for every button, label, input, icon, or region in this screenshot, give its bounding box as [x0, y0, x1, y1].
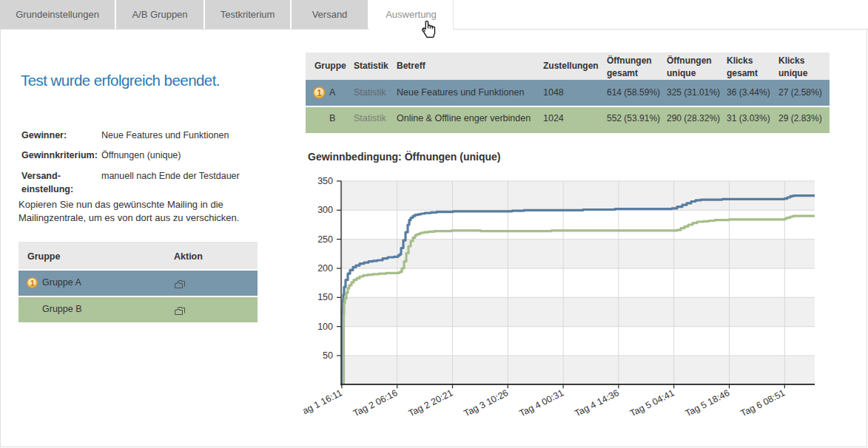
svg-text:Tag 2 06:16: Tag 2 06:16: [351, 387, 400, 418]
svg-text:Tag 5 18:46: Tag 5 18:46: [684, 387, 732, 418]
svg-text:50: 50: [323, 350, 333, 361]
svg-text:100: 100: [317, 322, 333, 332]
svg-text:Tag 3 10:26: Tag 3 10:26: [462, 387, 511, 418]
svg-text:Tag 6 08:51: Tag 6 08:51: [739, 387, 787, 418]
svg-text:Tag 4 00:31: Tag 4 00:31: [517, 387, 565, 418]
svg-text:300: 300: [317, 205, 333, 215]
svg-text:200: 200: [317, 263, 333, 274]
svg-text:350: 350: [317, 176, 333, 186]
svg-text:250: 250: [317, 234, 333, 245]
svg-text:Tag 2 20:21: Tag 2 20:21: [407, 387, 455, 418]
svg-text:150: 150: [317, 292, 333, 302]
svg-text:Tag 4 14:36: Tag 4 14:36: [573, 387, 621, 418]
svg-text:1: 1: [317, 88, 322, 98]
svg-text:Tag 1 16:11: Tag 1 16:11: [303, 387, 344, 418]
svg-text:Tag 5 04:41: Tag 5 04:41: [628, 387, 676, 418]
svg-text:1: 1: [30, 279, 35, 288]
